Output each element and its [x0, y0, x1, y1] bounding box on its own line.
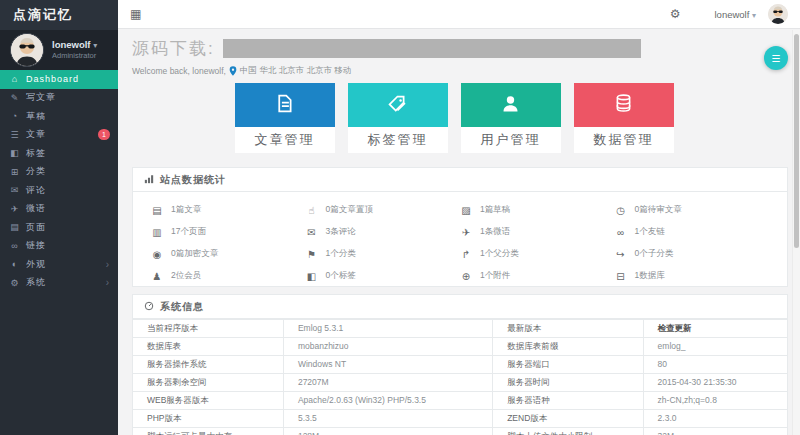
- menu-links[interactable]: ∞ 链接: [0, 237, 118, 256]
- topbar-user-dropdown[interactable]: lonewolf ▾: [714, 9, 756, 20]
- caret-down-icon: ▾: [93, 41, 97, 50]
- data-management-card[interactable]: 数据管理: [574, 83, 674, 153]
- stat-item: ▤ 1篇文章: [151, 199, 306, 221]
- stat-item: ◉ 0篇加密文章: [151, 243, 306, 265]
- child-category-icon: ↪: [615, 249, 627, 260]
- sysinfo-row: 服务器操作系统 Windows NT 服务器端口 80: [133, 356, 787, 374]
- parent-category-icon: ↱: [460, 249, 472, 260]
- menu-dashboard[interactable]: ⌂ Dashboard: [0, 70, 118, 89]
- document-icon: [274, 93, 295, 118]
- stat-item: ⚑ 1个分类: [306, 243, 461, 265]
- sysinfo-row: 数据库表 mobanzhizuo 数据库表前缀 emlog_: [133, 338, 787, 356]
- tags-icon: [387, 93, 408, 118]
- site-stats-panel: 站点数据统计 ▤ 1篇文章 ☝ 0篇文章置顶 ▨ 1篇草稿: [132, 167, 788, 287]
- database-icon: ⊟: [615, 271, 627, 282]
- menu-appearance[interactable]: ◐ 外观 ›: [0, 255, 118, 274]
- menu-tags[interactable]: ◧ 标签: [0, 144, 118, 163]
- link-icon: ∞: [8, 241, 21, 251]
- clock-icon: ◷: [615, 205, 627, 216]
- attachment-icon: ⊕: [460, 271, 472, 282]
- management-cards: 文章管理 标签管理 用户管理 数据管理: [118, 83, 790, 153]
- menu-categories[interactable]: ⊞ 分类: [0, 163, 118, 182]
- sidebar-user-role: Administrator: [52, 51, 97, 60]
- redacted-box: [223, 39, 641, 58]
- settings-icon: ⚙: [8, 278, 21, 288]
- system-info-panel: 系统信息 当前程序版本 Emlog 5.3.1 最新版本 检查更新 数据库表 m…: [132, 294, 788, 435]
- stat-item: ◷ 0篇待审文章: [615, 199, 770, 221]
- stat-item: ↱ 1个父分类: [460, 243, 615, 265]
- user-icon: [500, 93, 521, 118]
- menu-articles[interactable]: ☰ 文章 1: [0, 126, 118, 145]
- bar-chart-icon: [144, 174, 154, 186]
- sidebar-user-menu[interactable]: lonewolf ▾ Administrator: [0, 30, 118, 70]
- theme-icon: ◐: [8, 259, 21, 269]
- quick-menu-button[interactable]: ☰: [764, 46, 788, 70]
- menu-system[interactable]: ⚙ 系统 ›: [0, 274, 118, 293]
- twitter-icon: ✈: [8, 204, 21, 214]
- stat-item: ☝ 0篇文章置顶: [306, 199, 461, 221]
- menu-tweets[interactable]: ✈ 微语: [0, 200, 118, 219]
- sysinfo-row: 当前程序版本 Emlog 5.3.1 最新版本 检查更新: [133, 320, 787, 338]
- system-info-table: 当前程序版本 Emlog 5.3.1 最新版本 检查更新 数据库表 mobanz…: [133, 319, 787, 435]
- tag-management-card[interactable]: 标签管理: [348, 83, 448, 153]
- stat-item: ∞ 1个友链: [615, 221, 770, 243]
- stat-item: ⊟ 1数据库: [615, 265, 770, 287]
- pencil-icon: ✎: [8, 93, 21, 103]
- page-title: 源码下载:: [132, 37, 215, 60]
- draft-file-icon: ▨: [460, 205, 472, 216]
- tag-icon: ◧: [8, 148, 21, 158]
- sidebar-username: lonewolf ▾: [52, 39, 97, 51]
- gauge-icon: [144, 301, 154, 313]
- gear-icon[interactable]: ⚙: [670, 7, 681, 21]
- lock-icon: ◉: [151, 249, 163, 260]
- menu-write-article[interactable]: ✎ 写文章: [0, 89, 118, 108]
- comments-icon: ✉: [306, 227, 318, 238]
- stat-item: ✉ 3条评论: [306, 221, 461, 243]
- stat-item: ⊕ 1个附件: [460, 265, 615, 287]
- topbar-avatar[interactable]: [768, 4, 788, 24]
- sysinfo-title: 系统信息: [160, 300, 204, 314]
- sysinfo-row: PHP版本 5.3.5 ZEND版本 2.3.0: [133, 410, 787, 428]
- menu-drafts[interactable]: ◔ 草稿: [0, 107, 118, 126]
- hamburger-icon: ☰: [772, 53, 781, 64]
- stat-item: ▨ 1篇草稿: [460, 199, 615, 221]
- chevron-right-icon: ›: [106, 277, 109, 288]
- welcome-line: Welcome back, lonewolf, 中国 华北 北京市 北京市 移动: [132, 65, 776, 77]
- sidebar-menu: ⌂ Dashboard ✎ 写文章 ◔ 草稿: [0, 70, 118, 292]
- home-icon: ⌂: [8, 74, 21, 84]
- stat-item: ♟ 2位会员: [151, 265, 306, 287]
- tags-icon: ◧: [306, 271, 318, 282]
- notification-badge: 1: [98, 129, 110, 140]
- scrollbar-thumb[interactable]: [794, 34, 799, 248]
- user-avatar: [10, 33, 44, 67]
- menu-pages[interactable]: ▤ 页面: [0, 218, 118, 237]
- admin-dashboard: 点滴记忆 lonewolf ▾ Administrator: [0, 0, 800, 435]
- draft-icon: ◔: [8, 111, 21, 121]
- stats-title: 站点数据统计: [160, 173, 226, 187]
- collapse-menu-grid-icon[interactable]: ▦: [130, 7, 141, 21]
- menu-comments[interactable]: ✉ 评论: [0, 181, 118, 200]
- page-header: 源码下载: Welcome back, lonewolf, 中国 华北 北京市 …: [118, 30, 790, 77]
- flag-icon: ⚑: [306, 249, 318, 260]
- sidebar: 点滴记忆 lonewolf ▾ Administrator: [0, 0, 118, 435]
- article-management-card[interactable]: 文章管理: [235, 83, 335, 153]
- article-list-icon: ☰: [8, 130, 21, 140]
- thumbs-up-icon: ☝: [306, 205, 318, 216]
- chevron-right-icon: ›: [106, 259, 109, 270]
- comment-icon: ✉: [8, 185, 21, 195]
- sysinfo-row: 服务器剩余空间 27207M 服务器时间 2015-04-30 21:35:30: [133, 374, 787, 392]
- location-pin-icon: [229, 66, 237, 76]
- stat-item: ◧ 0个标签: [306, 265, 461, 287]
- scrollbar-track[interactable]: [792, 30, 800, 435]
- twitter-icon: ✈: [460, 227, 472, 238]
- app-logo: 点滴记忆: [0, 0, 118, 30]
- friend-link-icon: ∞: [615, 227, 627, 238]
- stat-item: ✈ 1条微语: [460, 221, 615, 243]
- caret-down-icon: ▾: [752, 11, 756, 20]
- category-icon: ⊞: [8, 167, 21, 177]
- sysinfo-row: WEB服务器版本 Apache/2.0.63 (Win32) PHP/5.3.5…: [133, 392, 787, 410]
- user-management-card[interactable]: 用户管理: [461, 83, 561, 153]
- page-icon: ▤: [8, 222, 21, 232]
- stat-item: ▥ 17个页面: [151, 221, 306, 243]
- members-icon: ♟: [151, 271, 163, 282]
